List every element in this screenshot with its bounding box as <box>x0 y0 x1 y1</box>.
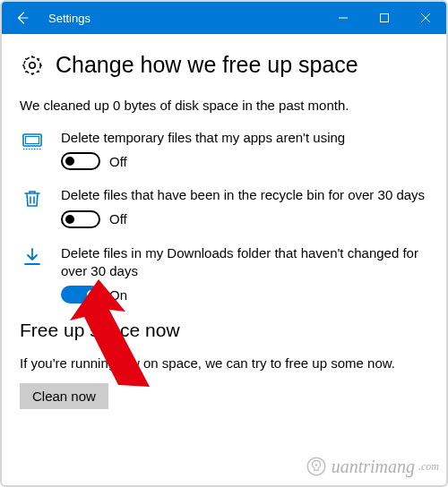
toggle-state: Off <box>109 154 127 169</box>
download-icon <box>20 244 45 268</box>
close-button[interactable] <box>405 2 446 34</box>
svg-rect-1 <box>381 14 389 22</box>
option-temp-files: Delete temporary files that my apps aren… <box>20 129 428 170</box>
cleanup-summary: We cleaned up 0 bytes of disk space in t… <box>20 98 428 113</box>
bulb-icon <box>305 455 328 478</box>
minimize-button[interactable] <box>323 2 364 34</box>
option-recycle-bin: Delete files that have been in the recyc… <box>20 186 428 227</box>
watermark: uantrimang.com <box>305 455 439 478</box>
close-icon <box>420 13 431 23</box>
window-title: Settings <box>43 12 90 25</box>
gear-icon <box>20 53 45 78</box>
clean-now-button[interactable]: Clean now <box>20 383 108 409</box>
svg-point-9 <box>314 464 317 466</box>
option-label: Delete files in my Downloads folder that… <box>61 244 428 281</box>
section-title: Free up space now <box>20 320 428 341</box>
toggle-temp-files[interactable] <box>61 152 100 170</box>
settings-window: Settings Change how we free up space We … <box>0 0 448 487</box>
svg-point-2 <box>30 62 36 68</box>
page-title: Change how we free up space <box>56 52 358 78</box>
option-downloads: Delete files in my Downloads folder that… <box>20 244 428 304</box>
section-desc: If you're running low on space, we can t… <box>20 355 428 371</box>
option-label: Delete temporary files that my apps aren… <box>61 129 428 147</box>
maximize-icon <box>379 13 390 23</box>
toggle-downloads[interactable] <box>61 286 100 303</box>
toggle-recycle-bin[interactable] <box>61 210 100 228</box>
toggle-state: Off <box>109 211 127 226</box>
minimize-icon <box>338 13 349 23</box>
svg-rect-5 <box>26 137 39 144</box>
maximize-button[interactable] <box>364 2 405 34</box>
back-button[interactable] <box>2 2 43 34</box>
titlebar: Settings <box>2 2 446 34</box>
option-label: Delete files that have been in the recyc… <box>61 186 428 204</box>
arrow-left-icon <box>14 10 30 26</box>
monitor-icon <box>20 129 45 152</box>
toggle-state: On <box>109 287 127 303</box>
trash-icon <box>20 186 45 209</box>
